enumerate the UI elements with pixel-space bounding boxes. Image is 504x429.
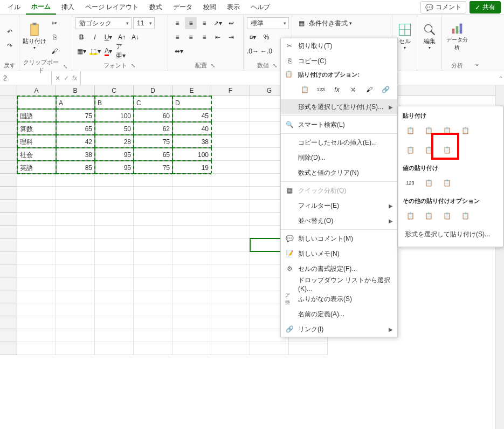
font-name-combo[interactable]: 游ゴシック <box>75 17 132 29</box>
cell[interactable]: 28 <box>95 135 134 148</box>
paste-no-borders[interactable]: 📋 <box>403 142 418 158</box>
row-header[interactable] <box>0 109 17 122</box>
cm-clear[interactable]: 数式と値のクリア(N) <box>281 165 397 180</box>
align-center-button[interactable]: ≡ <box>185 31 197 43</box>
cell[interactable]: 英語 <box>17 161 56 174</box>
editing-button[interactable]: 編集▾ <box>420 17 438 55</box>
paste-linked-pic[interactable]: 📋 <box>458 208 473 223</box>
paste-button[interactable]: 貼り付け ▾ <box>23 17 46 55</box>
paste-formulas[interactable]: 📋 <box>421 123 436 138</box>
paste-values[interactable]: 123 <box>403 175 418 190</box>
paste-col-widths[interactable]: 📋 <box>421 142 436 158</box>
cell[interactable]: 38 <box>56 148 95 161</box>
cell[interactable] <box>172 239 211 251</box>
cm-dropdown-list[interactable]: ドロップダウン リストから選択(K)... <box>281 276 397 291</box>
expand-formula-bar-button[interactable]: ⌃ <box>499 76 503 81</box>
cell[interactable]: 45 <box>172 109 211 122</box>
cm-format-cells[interactable]: ⚙セルの書式設定(F)... <box>281 261 397 276</box>
cell[interactable]: D <box>172 96 211 109</box>
row-header[interactable] <box>0 226 17 239</box>
row-header[interactable] <box>0 239 17 251</box>
cell[interactable] <box>17 251 56 264</box>
paste-opt-values[interactable]: 123 <box>314 83 327 96</box>
cell[interactable] <box>134 264 172 277</box>
cell[interactable] <box>211 290 250 303</box>
cell[interactable] <box>17 342 56 355</box>
percent-button[interactable]: % <box>260 31 272 43</box>
cell[interactable] <box>95 329 134 342</box>
row-header[interactable] <box>0 290 17 303</box>
tab-home[interactable]: ホーム <box>26 0 56 15</box>
cell[interactable] <box>172 200 211 213</box>
orientation-button[interactable]: ↗▾ <box>212 17 224 29</box>
cell[interactable]: 国語 <box>17 109 56 122</box>
cell[interactable] <box>95 200 134 213</box>
cell[interactable] <box>134 200 172 213</box>
cell[interactable]: 算数 <box>17 122 56 135</box>
cell[interactable] <box>56 277 95 290</box>
cell[interactable] <box>211 200 250 213</box>
cell[interactable] <box>95 239 134 251</box>
cell[interactable] <box>211 277 250 290</box>
paste-formulas-num[interactable]: 📋 <box>439 123 454 138</box>
cell[interactable] <box>172 213 211 226</box>
cell[interactable]: 95 <box>95 148 134 161</box>
paste-keep-source[interactable]: 📋 <box>458 123 473 138</box>
cell[interactable] <box>250 342 289 355</box>
conditional-format-button[interactable]: 条件付き書式 <box>309 19 348 28</box>
cell[interactable]: 社会 <box>17 148 56 161</box>
cell[interactable] <box>211 135 250 148</box>
row-header[interactable] <box>0 174 17 187</box>
row-header[interactable] <box>0 342 17 355</box>
row-header[interactable] <box>0 277 17 290</box>
cell[interactable] <box>134 290 172 303</box>
paste-opt-formatting[interactable]: 🖌 <box>363 83 376 96</box>
cell[interactable]: 65 <box>56 122 95 135</box>
cm-delete[interactable]: 削除(D)... <box>281 150 397 165</box>
cell[interactable] <box>56 239 95 251</box>
cell[interactable] <box>95 290 134 303</box>
cell[interactable]: 38 <box>172 135 211 148</box>
row-header[interactable] <box>0 264 17 277</box>
row-header[interactable] <box>0 187 17 200</box>
row-header[interactable] <box>0 200 17 213</box>
number-expand[interactable]: ⤡ <box>271 63 279 69</box>
row-header[interactable] <box>0 135 17 148</box>
cell[interactable] <box>95 264 134 277</box>
cell[interactable] <box>17 316 56 329</box>
cell[interactable] <box>172 187 211 200</box>
font-color-button[interactable]: A▾ <box>102 45 114 57</box>
cell[interactable] <box>95 226 134 239</box>
wrap-text-button[interactable]: ↩ <box>225 17 237 29</box>
cell[interactable]: 100 <box>95 109 134 122</box>
row-header[interactable] <box>0 96 17 109</box>
col-header[interactable]: F <box>211 85 250 96</box>
cell[interactable] <box>172 251 211 264</box>
cm-paste-special[interactable]: 形式を選択して貼り付け(S)...▶ <box>281 99 397 114</box>
clipboard-expand[interactable]: ⤡ <box>62 64 68 70</box>
cell[interactable] <box>95 277 134 290</box>
cell[interactable] <box>172 316 211 329</box>
cell[interactable] <box>17 187 56 200</box>
cell[interactable] <box>211 174 250 187</box>
cm-filter[interactable]: フィルター(E)▶ <box>281 198 397 213</box>
submenu-paste-special-link[interactable]: 形式を選択して貼り付け(S)... <box>403 227 499 242</box>
cell[interactable] <box>211 122 250 135</box>
paste-picture[interactable]: 📋 <box>439 208 454 223</box>
borders-button[interactable]: ▦▾ <box>75 45 87 57</box>
ribbon-collapse-button[interactable]: ⌄ <box>474 60 480 67</box>
col-header[interactable]: C <box>95 85 134 96</box>
cell[interactable] <box>95 342 134 355</box>
cm-new-comment[interactable]: 💬新しいコメント(M) <box>281 231 397 246</box>
merge-button[interactable]: ⬌▾ <box>171 45 187 57</box>
cell[interactable] <box>134 329 172 342</box>
cell[interactable] <box>56 303 95 316</box>
cell[interactable] <box>17 226 56 239</box>
cell[interactable] <box>172 264 211 277</box>
cell[interactable]: 75 <box>134 135 172 148</box>
cell[interactable] <box>172 277 211 290</box>
cell[interactable] <box>172 329 211 342</box>
redo-button[interactable]: ↷ <box>4 40 16 52</box>
cell[interactable] <box>95 187 134 200</box>
cm-copy[interactable]: ⎘コピー(C) <box>281 53 397 69</box>
